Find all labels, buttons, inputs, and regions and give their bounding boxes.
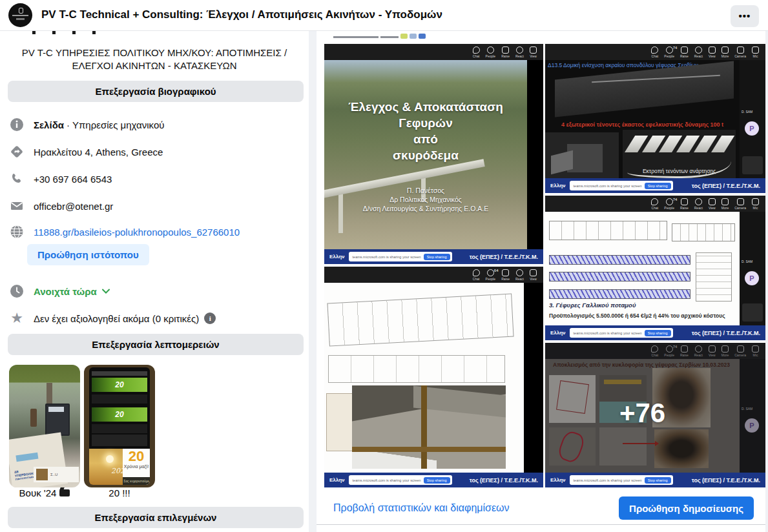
chevron-down-icon <box>102 289 110 294</box>
tendon-note-text: 4 εξωτερικοί τένοντες έκαστος εφελκυστικ… <box>545 121 740 128</box>
share-bar-left-text: Ελλην <box>550 330 566 336</box>
featured-thumbnail-2[interactable]: 20 20 2024 20 Χρόνια μαζί! Σας ευχαριστο… <box>84 365 155 487</box>
open-status[interactable]: Ανοιχτά τώρα <box>34 286 110 297</box>
collage-photo-gallikos-drawings[interactable]: Chat74PeopleRaiseReactViewMoreCameraMic … <box>545 196 765 340</box>
globe-icon <box>9 224 25 240</box>
view-meeting-icon: View <box>530 46 537 58</box>
engineering-drawing-sheet <box>324 283 524 473</box>
collage-photo-drawings-and-underside[interactable]: Chat64PeopleRaiseReactView Ελληνteams.mi… <box>324 267 543 487</box>
edit-bio-button[interactable]: Επεξεργασία βιογραφικού <box>8 81 304 102</box>
collage-photo-damage-overlay[interactable]: Chat74PeopleRaiseReactViewMoreCameraMic … <box>545 343 765 487</box>
stop-sharing-button: Stop sharing <box>424 477 450 484</box>
more-options-button[interactable]: ••• <box>731 5 759 27</box>
page-bio-text: PV T-C ΥΠΗΡΕΣΙΕΣ ΠΟΛΙΤΙΚΟΥ ΜΗΧ/ΚΟΥ: ΑΠΟΤ… <box>8 46 301 72</box>
participants-rail: D. SAM P <box>740 60 765 178</box>
featured-thumbnail-1[interactable]: ΔΕ ΥΠΕΡΒΟΛΙΚΟΥ ΠΡΟΣΕΙΣΜΙΚΟΣ ΕΛΕΓΧΟΣ Σ..U <box>9 365 80 487</box>
share-bar-right-text: τος (ΕΠΕΣ) / Τ.Ε.Ε./Τ.Κ.Μ. <box>692 477 760 484</box>
view-insights-link[interactable]: Προβολή στατιστικών και διαφημίσεων <box>333 502 510 514</box>
teams-meeting-toolbar: Chat64PeopleRaiseReactView <box>324 267 543 283</box>
slide-author-text: Π. Πανέτσος Δρ Πολιτικός Μηχανικός Δ/νση… <box>324 186 527 213</box>
post-actions-bar: Προβολή στατιστικών και διαφημίσεων Προώ… <box>317 492 765 524</box>
screen-share-pill: teams.microsoft.com is sharing your scre… <box>570 475 673 485</box>
people-meeting-icon: People <box>486 46 496 58</box>
share-bar-right-text: τος (ΕΠΕΣ) / Τ.Ε.Ε./Τ.Κ.Μ. <box>692 330 760 336</box>
people-meeting-icon: 74People <box>664 198 674 210</box>
clock-icon <box>9 283 25 299</box>
page-intro-panel: PV T-C ΥΠΗΡΕΣΙΕΣ ΠΟΛΙΤΙΚΟΥ ΜΗΧ/ΚΟΥ: ΑΠΟΤ… <box>0 30 309 532</box>
share-bar-left-text: Ελλην <box>329 477 345 483</box>
edit-featured-button[interactable]: Επεξεργασία επιλεγμένων <box>8 507 304 528</box>
open-status-text: Ανοιχτά τώρα <box>34 286 97 297</box>
share-pill-text: teams.microsoft.com is sharing your scre… <box>574 184 642 188</box>
teams-meeting-toolbar: Chat74PeopleRaiseReactViewMoreCameraMic <box>545 44 765 60</box>
post-photo-collage: ChatPeopleRaiseReactView Έλεγχος & Αποκα… <box>324 44 765 487</box>
screen-share-pill: teams.microsoft.com is sharing your scre… <box>349 475 452 485</box>
rating-info-icon[interactable]: i <box>204 312 216 324</box>
share-pill-text: teams.microsoft.com is sharing your scre… <box>353 478 421 482</box>
directions-icon <box>9 144 25 159</box>
budget-text: Προϋπολογισμός 5.500.000€ ή 654 €/μ2 ή 4… <box>549 312 725 319</box>
stop-sharing-button: Stop sharing <box>424 254 450 260</box>
info-icon <box>9 117 25 132</box>
share-bar-left-text: Ελλην <box>550 183 566 189</box>
mail-icon <box>9 198 25 214</box>
screen-share-pill: teams.microsoft.com is sharing your scre… <box>570 181 673 190</box>
page-title: PV T-C Technical + Consulting: Έλεγχοι /… <box>41 8 442 21</box>
email-row: officebr@otenet.gr <box>9 198 113 214</box>
react-meeting-icon: React <box>515 269 524 281</box>
more-meeting-icon: More <box>721 198 729 210</box>
share-bar-right-text: τος (ΕΠΕΣ) / Τ.Ε.Ε./Τ.Κ.Μ. <box>470 477 538 484</box>
view-meeting-icon: View <box>530 269 537 281</box>
camera-meeting-icon: Camera <box>734 46 746 58</box>
address-text: Ηρακλείτου 4, Athens, Greece <box>34 147 163 158</box>
more-photos-count[interactable]: +76 <box>545 398 740 429</box>
clipped-post-caption <box>333 32 426 39</box>
share-bar-right-text: τος (ΕΠΕΣ) / Τ.Ε.Ε./Τ.Κ.Μ. <box>470 254 538 260</box>
teams-meeting-toolbar: ChatPeopleRaiseReactView <box>324 44 543 60</box>
participant-video-tile <box>742 156 763 174</box>
page-category-row: Σελίδα · Υπηρεσίες μηχανικού <box>9 117 164 132</box>
share-bar-left-text: Ελλην <box>550 477 566 483</box>
raise-meeting-icon: Raise <box>501 269 510 281</box>
website-link[interactable]: 11888.gr/basileios-polukhronopoulos_6276… <box>34 227 240 238</box>
share-bar-right-text: τος (ΕΠΕΣ) / Τ.Ε.Ε./Τ.Κ.Μ. <box>692 183 760 189</box>
view-meeting-icon: View <box>709 46 716 58</box>
promote-website-button[interactable]: Προώθηση ιστότοπου <box>27 244 149 265</box>
more-meeting-icon: More <box>721 46 729 58</box>
valley-bridge-photo: Έλεγχος & Αποκατάσταση Γεφυρών από σκυρό… <box>324 60 527 249</box>
render-caption-text: Εκτροπή τενόντων ανάρτησης <box>623 168 736 174</box>
website-row: 11888.gr/basileios-polukhronopoulos_6276… <box>9 224 240 240</box>
share-pill-text: teams.microsoft.com is sharing your scre… <box>574 331 642 335</box>
boost-post-button[interactable]: Προώθηση δημοσίευσης <box>619 496 754 520</box>
collage-photo-bridge-title-slide[interactable]: ChatPeopleRaiseReactView Έλεγχος & Αποκα… <box>324 44 543 264</box>
screen-share-bar: Ελληνteams.microsoft.com is sharing your… <box>324 249 543 264</box>
participant-video-tile <box>742 303 763 322</box>
featured-caption-1: Βουκ '24 <box>9 487 80 498</box>
participant-avatar: P <box>745 121 759 136</box>
slide-title-text: 3. Γέφυρες Γαλλικού ποταμού <box>549 302 636 309</box>
collage-photo-strengthening-render[interactable]: Chat74PeopleRaiseReactViewMoreCameraMic … <box>545 44 765 193</box>
chat-meeting-icon: Chat <box>651 46 658 58</box>
screen-share-bar: Ελληνteams.microsoft.com is sharing your… <box>324 473 543 487</box>
share-bar-left-text: Ελλην <box>329 254 345 260</box>
participant-avatar: P <box>745 271 759 285</box>
slide-title-text: Έλεγχος & Αποκατάσταση Γεφυρών από σκυρό… <box>324 99 527 163</box>
participants-rail: D. SAM P <box>740 212 765 325</box>
people-meeting-icon: 64People <box>486 269 496 281</box>
stop-sharing-button: Stop sharing <box>645 183 671 189</box>
hours-row: Ανοιχτά τώρα <box>9 283 110 299</box>
edit-details-button[interactable]: Επεξεργασία λεπτομερειών <box>8 334 304 355</box>
post-card: ChatPeopleRaiseReactView Έλεγχος & Αποκα… <box>317 30 765 532</box>
chat-meeting-icon: Chat <box>473 46 480 58</box>
stop-sharing-button: Stop sharing <box>645 330 671 336</box>
phone-row: +30 697 664 6543 <box>9 171 112 187</box>
phone-text: +30 697 664 6543 <box>34 174 112 185</box>
mic-meeting-icon: Mic <box>752 198 759 210</box>
participant-name: D. SAM <box>742 110 752 114</box>
camera-meeting-icon: Camera <box>734 198 746 210</box>
people-meeting-icon: 74People <box>664 46 674 58</box>
screen-share-pill: teams.microsoft.com is sharing your scre… <box>570 328 673 338</box>
page-category-text: Σελίδα · Υπηρεσίες μηχανικού <box>34 119 164 130</box>
page-logo-avatar[interactable] <box>8 3 32 27</box>
teams-meeting-toolbar: Chat74PeopleRaiseReactViewMoreCameraMic <box>545 196 765 212</box>
